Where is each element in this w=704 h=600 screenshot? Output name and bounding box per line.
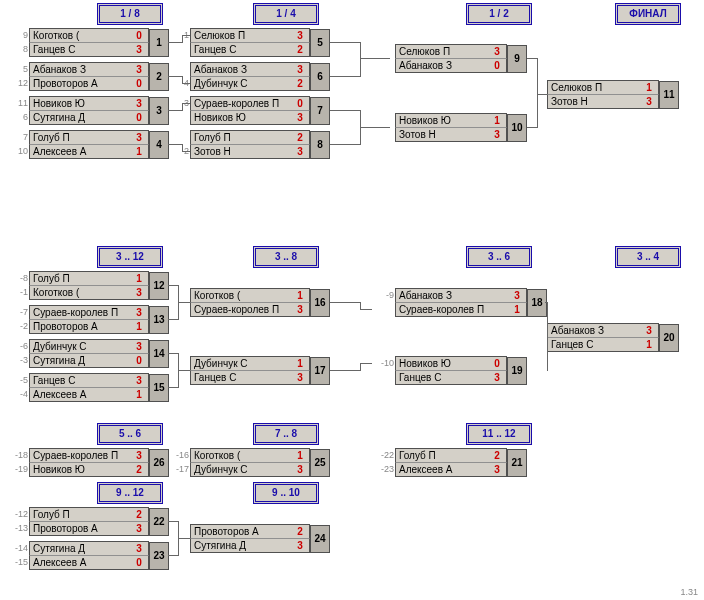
seed: 12 — [12, 77, 28, 90]
round-header: 1 / 4 — [253, 3, 319, 25]
player-name: Ганцев С — [194, 371, 292, 384]
match-8: Голуб П22Зотов Н38 — [190, 130, 308, 159]
score: 1 — [132, 388, 146, 401]
match-number: 3 — [149, 97, 169, 125]
score: 3 — [293, 303, 307, 316]
match-13: -7Сураев-королев П3-2Провоторов А113 — [29, 305, 147, 334]
connector-line — [182, 35, 183, 43]
player-name: Абанаков З — [33, 63, 131, 76]
player-name: Абанаков З — [399, 59, 489, 72]
score: 3 — [132, 131, 146, 144]
score: 1 — [132, 145, 146, 158]
player-name: Коготков ( — [33, 29, 131, 42]
connector-line — [178, 302, 190, 303]
player-name: Провоторов А — [194, 525, 292, 538]
connector-line — [360, 309, 372, 310]
connector-line — [178, 521, 179, 538]
seed: -13 — [12, 522, 28, 535]
match-number: 9 — [507, 45, 527, 73]
connector-line — [168, 144, 182, 145]
seed: -3 — [12, 354, 28, 367]
player-name: Абанаков З — [194, 63, 292, 76]
match-2: 5Абанаков З312Провоторов А02 — [29, 62, 147, 91]
player-name: Новиков Ю — [33, 97, 131, 110]
score: 2 — [132, 508, 146, 521]
connector-line — [178, 370, 179, 388]
seed: -16 — [173, 449, 189, 462]
match-number: 14 — [149, 340, 169, 368]
seed: 7 — [12, 131, 28, 144]
seed: -10 — [378, 357, 394, 370]
player-name: Сутягина Д — [33, 542, 131, 555]
match-number: 17 — [310, 357, 330, 385]
player-name: Сутягина Д — [33, 111, 131, 124]
seed: 6 — [12, 111, 28, 124]
seed: 9 — [12, 29, 28, 42]
score: 2 — [293, 77, 307, 90]
score: 3 — [293, 371, 307, 384]
match-16: Коготков (1Сураев-королев П316 — [190, 288, 308, 317]
match-22: -12Голуб П2-13Провоторов А322 — [29, 507, 147, 536]
match-15: -5Ганцев С3-4Алексеев А115 — [29, 373, 147, 402]
score: 3 — [132, 449, 146, 462]
match-number: 12 — [149, 272, 169, 300]
connector-line — [547, 302, 548, 303]
match-26: -18Сураев-королев П3-19Новиков Ю226 — [29, 448, 147, 477]
player-name: Ганцев С — [194, 43, 292, 56]
connector-line — [182, 103, 183, 111]
player-name: Сураев-королев П — [399, 303, 509, 316]
seed: -6 — [12, 340, 28, 353]
seed: -2 — [12, 320, 28, 333]
player-name: Сутягина Д — [33, 354, 131, 367]
match-number: 6 — [310, 63, 330, 91]
match-23: -14Сутягина Д3-15Алексеев А023 — [29, 541, 147, 570]
player-name: Дубинчук С — [194, 357, 292, 370]
score: 1 — [642, 81, 656, 94]
score: 3 — [132, 286, 146, 299]
player-name: Ганцев С — [551, 338, 641, 351]
player-name: Голуб П — [33, 508, 131, 521]
match-18: -9Абанаков З3Сураев-королев П118 — [395, 288, 525, 317]
player-name: Алексеев А — [33, 145, 131, 158]
version-label: 1.31 — [680, 587, 698, 597]
round-header: 9 .. 12 — [97, 482, 163, 504]
connector-line — [537, 94, 538, 128]
connector-line — [182, 151, 190, 152]
match-number: 26 — [149, 449, 169, 477]
score: 0 — [490, 59, 504, 72]
round-header: 11 .. 12 — [466, 423, 532, 445]
connector-line — [330, 110, 360, 111]
player-name: Алексеев А — [33, 556, 131, 569]
score: 3 — [293, 111, 307, 124]
connector-line — [168, 555, 178, 556]
score: 0 — [132, 354, 146, 367]
player-name: Коготков ( — [194, 289, 292, 302]
round-header: 7 .. 8 — [253, 423, 319, 445]
connector-line — [360, 363, 372, 364]
player-name: Коготков ( — [33, 286, 131, 299]
seed: -4 — [12, 388, 28, 401]
connector-line — [547, 337, 548, 371]
match-number: 2 — [149, 63, 169, 91]
match-9: Селюков П3Абанаков З09 — [395, 44, 505, 73]
seed: -19 — [12, 463, 28, 476]
player-name: Новиков Ю — [399, 357, 489, 370]
match-number: 20 — [659, 324, 679, 352]
match-3: 11Новиков Ю36Сутягина Д03 — [29, 96, 147, 125]
score: 3 — [510, 289, 524, 302]
connector-line — [182, 103, 190, 104]
connector-line — [168, 353, 178, 354]
round-header: 3 .. 6 — [466, 246, 532, 268]
connector-line — [537, 94, 547, 95]
round-header: ФИНАЛ — [615, 3, 681, 25]
player-name: Провоторов А — [33, 77, 131, 90]
round-header: 3 .. 4 — [615, 246, 681, 268]
score: 0 — [490, 357, 504, 370]
score: 3 — [490, 463, 504, 476]
player-name: Голуб П — [33, 272, 131, 285]
player-name: Ганцев С — [399, 371, 489, 384]
connector-line — [330, 42, 360, 43]
match-6: Абанаков З34Дубинчук С26 — [190, 62, 308, 91]
player-name: Сураев-королев П — [194, 303, 292, 316]
score: 3 — [293, 29, 307, 42]
